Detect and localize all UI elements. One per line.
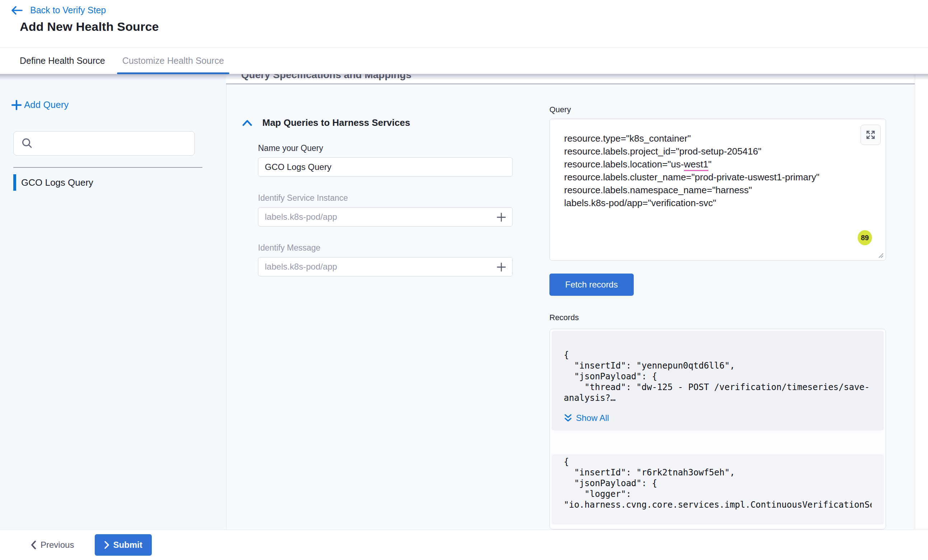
resize-handle-icon[interactable] [877, 251, 884, 259]
char-count-badge: 89 [858, 230, 872, 245]
identify-message-label: Identify Message [258, 243, 513, 253]
record-item: { "insertId": "yennepun0qtd6ll6", "jsonP… [551, 331, 884, 431]
back-link-label: Back to Verify Step [30, 5, 106, 15]
plus-icon [11, 100, 22, 110]
tab-label: Define Health Source [20, 56, 105, 66]
query-line: resource.labels.project_id="prod-setup-2… [564, 145, 871, 158]
map-queries-column: Map Queries to Harness Services Name you… [226, 84, 549, 530]
name-query-label: Name your Query [258, 143, 513, 153]
sidebar-divider [13, 167, 202, 168]
show-all-link[interactable]: Show All [564, 412, 872, 428]
chevron-left-icon [31, 540, 36, 549]
double-chevron-down-icon [564, 413, 572, 423]
misspelled-word: west1 [684, 159, 708, 171]
show-all-label: Show All [576, 412, 609, 423]
fetch-records-button[interactable]: Fetch records [549, 274, 634, 296]
mapping-body: Map Queries to Harness Services Name you… [226, 84, 915, 530]
records-label: Records [549, 313, 916, 322]
query-line: resource.labels.cluster_name="prod-priva… [564, 170, 871, 184]
query-line: resource.labels.location="us-west1" [564, 158, 871, 170]
query-column: Query resource.type="k8s_container" reso… [549, 84, 916, 530]
content-area: Add Query GCO Logs Query Query Specifica… [0, 74, 928, 530]
collapse-chevron-up-icon[interactable] [241, 119, 253, 127]
records-panel: { "insertId": "yennepun0qtd6ll6", "jsonP… [549, 329, 886, 530]
search-input[interactable] [39, 138, 175, 148]
add-query-button[interactable]: Add Query [11, 99, 226, 110]
query-search[interactable] [13, 131, 195, 155]
service-instance-input[interactable] [258, 212, 513, 222]
record-item: { "insertId": "r6rk2tnah3owf5eh", "jsonP… [551, 454, 884, 525]
query-line: labels.k8s-pod/app="verification-svc" [564, 196, 871, 209]
section-header: Query Specifications and Mappings Enter … [226, 74, 915, 84]
page-title: Add New Health Source [20, 20, 928, 34]
chevron-right-icon [104, 541, 110, 549]
submit-label: Submit [113, 540, 142, 550]
tab-bar: Define Health Source Customize Health So… [0, 48, 928, 74]
section-title: Query Specifications and Mappings [241, 74, 915, 81]
back-arrow-icon [11, 6, 23, 15]
submit-button[interactable]: Submit [95, 534, 151, 556]
footer-bar: Previous Submit [0, 530, 928, 560]
map-queries-header: Map Queries to Harness Services [241, 117, 549, 128]
add-query-label: Add Query [24, 99, 69, 110]
tab-define-health-source[interactable]: Define Health Source [20, 48, 105, 74]
expand-icon [865, 130, 876, 140]
add-service-instance-plus-icon[interactable] [496, 212, 507, 223]
query-item-label: GCO Logs Query [21, 177, 93, 188]
tab-customize-health-source[interactable]: Customize Health Source [117, 48, 229, 74]
query-line: resource.labels.namespace_name="harness" [564, 184, 871, 196]
add-health-source-screen: Back to Verify Step Add New Health Sourc… [0, 0, 928, 560]
query-editor[interactable]: resource.type="k8s_container" resource.l… [549, 119, 886, 261]
identify-service-instance-label: Identify Service Instance [258, 193, 513, 203]
query-line: resource.type="k8s_container" [564, 132, 871, 145]
search-icon [21, 137, 34, 150]
query-label: Query [549, 105, 916, 114]
tab-label: Customize Health Source [122, 56, 224, 66]
add-message-plus-icon[interactable] [496, 262, 507, 272]
query-name-input[interactable] [258, 162, 513, 172]
identify-message-field-wrap [258, 257, 513, 276]
previous-button[interactable]: Previous [31, 540, 74, 550]
query-list-item-gco-logs[interactable]: GCO Logs Query [0, 174, 226, 191]
page-header: Back to Verify Step Add New Health Sourc… [0, 0, 928, 48]
previous-label: Previous [41, 540, 74, 550]
right-margin [915, 74, 928, 530]
back-link[interactable]: Back to Verify Step [11, 0, 928, 15]
selected-indicator-bar [13, 174, 16, 191]
map-queries-title: Map Queries to Harness Services [263, 117, 410, 128]
mapping-fields: Name your Query Identify Service Instanc… [258, 143, 513, 276]
name-query-field-wrap [258, 157, 513, 177]
expand-query-button[interactable] [861, 125, 881, 145]
identify-message-input[interactable] [258, 262, 513, 272]
service-instance-field-wrap [258, 207, 513, 227]
main-panel: Query Specifications and Mappings Enter … [226, 74, 915, 530]
query-sidebar: Add Query GCO Logs Query [0, 74, 226, 530]
